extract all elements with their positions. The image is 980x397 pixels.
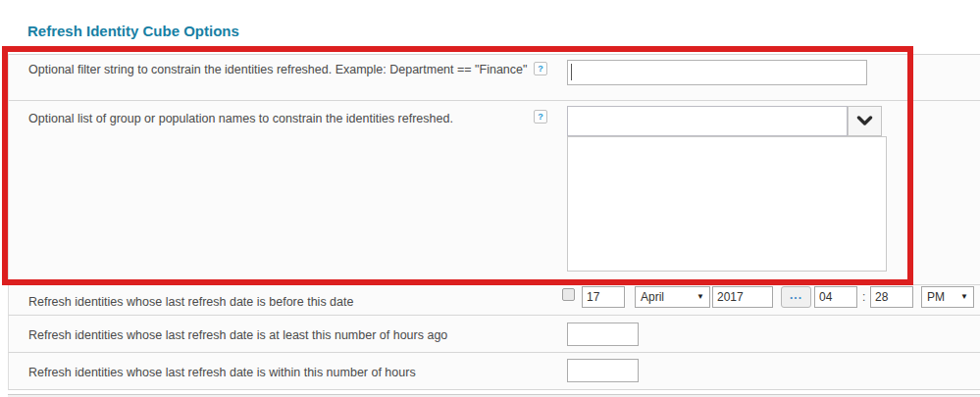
help-icon[interactable]: ? [534,62,547,75]
help-icon[interactable]: ? [534,110,547,124]
refresh-options-page: Refresh Identity Cube Options Optional f… [0,0,980,397]
chevron-down-icon [856,113,873,130]
group-combo-dropdown-button[interactable] [848,106,882,136]
before-date-checkbox[interactable] [562,288,575,301]
filter-string-label: Optional filter string to constrain the … [28,61,531,79]
page-title: Refresh Identity Cube Options [27,23,239,39]
text-cursor [571,64,572,80]
minute-input[interactable] [870,286,913,308]
day-input[interactable] [582,286,625,308]
dropdown-arrow-icon: ▼ [696,293,704,301]
group-list-label: Optional list of group or population nam… [28,110,531,128]
time-separator: : [862,290,865,304]
group-selected-listbox[interactable] [567,136,887,272]
meridiem-select-value: PM [927,290,945,304]
month-select[interactable]: April ▼ [635,286,710,308]
row-hours-ago: Refresh identities whose last refresh da… [8,316,980,353]
filter-string-input[interactable] [567,60,867,85]
row-filter-string: Optional filter string to constrain the … [8,54,980,101]
year-input[interactable] [712,286,773,308]
meridiem-select[interactable]: PM ▼ [921,286,974,308]
hours-ago-label: Refresh identities whose last refresh da… [28,326,578,345]
within-hours-input[interactable] [567,359,639,382]
month-select-value: April [641,290,664,304]
before-date-label: Refresh identities whose last refresh da… [28,293,558,312]
dropdown-arrow-icon: ▼ [960,293,968,301]
hours-ago-input[interactable] [567,323,639,346]
hour-input[interactable] [814,286,857,308]
within-hours-label: Refresh identities whose last refresh da… [28,364,578,382]
row-before-date: Refresh identities whose last refresh da… [8,285,980,316]
group-combo-input[interactable] [567,106,848,136]
row-within-hours: Refresh identities whose last refresh da… [8,353,980,390]
row-group-list: Optional list of group or population nam… [8,101,980,285]
date-picker-button[interactable]: ... [781,286,811,308]
